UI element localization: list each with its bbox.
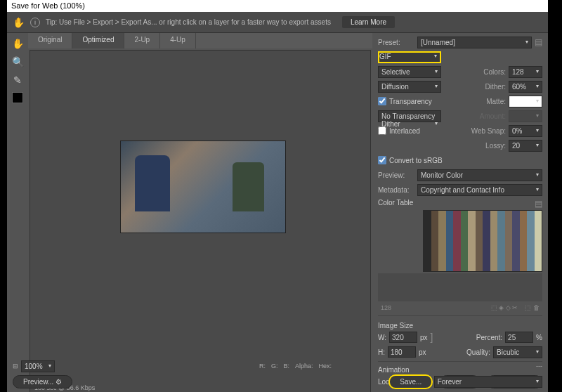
width-input[interactable] (389, 332, 417, 343)
transparency-dither-select[interactable]: No Transparency Dither (378, 110, 441, 122)
color-swatch-cell[interactable] (461, 263, 469, 271)
eyedropper-tool[interactable]: ✎ (11, 74, 24, 86)
lossy-value[interactable]: 20 (509, 140, 542, 152)
color-swatch-cell[interactable] (453, 226, 461, 234)
color-swatch-cell[interactable] (535, 241, 542, 249)
dither-amount[interactable]: 60% (509, 81, 542, 93)
color-swatch-cell[interactable] (446, 256, 454, 264)
tab-2up[interactable]: 2-Up (124, 33, 160, 48)
color-swatch-cell[interactable] (438, 218, 446, 226)
color-swatch-cell[interactable] (520, 233, 528, 241)
color-swatch[interactable] (12, 92, 23, 103)
color-swatch-cell[interactable] (424, 249, 431, 256)
websnap-value[interactable]: 0% (509, 125, 542, 137)
color-swatch-cell[interactable] (505, 226, 513, 234)
color-swatch-cell[interactable] (431, 233, 439, 241)
color-swatch-cell[interactable] (476, 218, 483, 226)
color-swatch-cell[interactable] (461, 249, 469, 256)
color-swatch-cell[interactable] (505, 263, 513, 271)
color-swatch-cell[interactable] (476, 263, 483, 271)
loop-select[interactable]: Forever (434, 376, 542, 388)
matte-select[interactable] (509, 96, 542, 107)
color-swatch-cell[interactable] (527, 256, 535, 264)
tab-optimized[interactable]: Optimized (72, 33, 124, 48)
zoom-select[interactable]: 100% (21, 360, 55, 372)
color-swatch-cell[interactable] (497, 226, 505, 234)
link-icon[interactable]: ] (431, 332, 433, 343)
color-swatch-cell[interactable] (527, 233, 535, 241)
color-table[interactable] (423, 210, 542, 272)
color-swatch-cell[interactable] (527, 218, 535, 226)
height-input[interactable] (388, 346, 416, 358)
color-swatch-cell[interactable] (438, 233, 446, 241)
color-swatch-cell[interactable] (476, 241, 483, 249)
save-button[interactable]: Save... (388, 374, 433, 389)
color-swatch-cell[interactable] (490, 263, 498, 271)
hand-tool-icon[interactable]: ✋ (13, 17, 25, 28)
color-swatch-cell[interactable] (453, 211, 461, 218)
color-swatch-cell[interactable] (424, 241, 431, 249)
color-swatch-cell[interactable] (520, 218, 528, 226)
color-swatch-cell[interactable] (453, 256, 461, 264)
color-swatch-cell[interactable] (468, 263, 476, 271)
zoom-tool[interactable]: 🔍 (11, 55, 24, 68)
color-swatch-cell[interactable] (446, 233, 454, 241)
tab-original[interactable]: Original (28, 33, 72, 48)
color-swatch-cell[interactable] (483, 211, 490, 218)
preview-button[interactable]: Preview... ⚙ (13, 375, 72, 388)
color-swatch-cell[interactable] (512, 249, 520, 256)
panel-menu-icon[interactable]: ▤ (535, 37, 542, 47)
color-swatch-cell[interactable] (527, 249, 535, 256)
learn-more-button[interactable]: Learn More (342, 16, 395, 28)
color-swatch-cell[interactable] (497, 233, 505, 241)
color-swatch-cell[interactable] (431, 211, 439, 218)
color-swatch-cell[interactable] (512, 263, 520, 271)
color-swatch-cell[interactable] (461, 256, 469, 264)
color-swatch-cell[interactable] (453, 218, 461, 226)
color-swatch-cell[interactable] (431, 249, 439, 256)
color-swatch-cell[interactable] (505, 241, 513, 249)
color-swatch-cell[interactable] (483, 241, 490, 249)
color-swatch-cell[interactable] (535, 256, 542, 264)
color-swatch-cell[interactable] (483, 218, 490, 226)
color-swatch-cell[interactable] (438, 241, 446, 249)
color-swatch-cell[interactable] (446, 226, 454, 234)
color-swatch-cell[interactable] (512, 211, 520, 218)
color-swatch-cell[interactable] (461, 211, 469, 218)
color-swatch-cell[interactable] (527, 226, 535, 234)
color-swatch-cell[interactable] (527, 263, 535, 271)
color-swatch-cell[interactable] (490, 241, 498, 249)
hand-tool[interactable]: ✋ (11, 37, 24, 50)
color-swatch-cell[interactable] (527, 211, 535, 218)
color-swatch-cell[interactable] (520, 263, 528, 271)
color-swatch-cell[interactable] (520, 256, 528, 264)
dither-method-select[interactable]: Diffusion (378, 81, 441, 93)
color-swatch-cell[interactable] (431, 256, 439, 264)
color-swatch-cell[interactable] (483, 226, 490, 234)
color-swatch-cell[interactable] (453, 263, 461, 271)
color-swatch-cell[interactable] (468, 256, 476, 264)
color-swatch-cell[interactable] (483, 256, 490, 264)
color-swatch-cell[interactable] (468, 233, 476, 241)
color-swatch-cell[interactable] (476, 256, 483, 264)
color-swatch-cell[interactable] (461, 233, 469, 241)
color-swatch-cell[interactable] (497, 263, 505, 271)
color-swatch-cell[interactable] (438, 211, 446, 218)
color-swatch-cell[interactable] (520, 241, 528, 249)
color-swatch-cell[interactable] (424, 263, 431, 271)
color-swatch-cell[interactable] (535, 249, 542, 256)
color-swatch-cell[interactable] (505, 211, 513, 218)
color-swatch-cell[interactable] (424, 218, 431, 226)
color-swatch-cell[interactable] (438, 263, 446, 271)
color-swatch-cell[interactable] (497, 256, 505, 264)
color-swatch-cell[interactable] (535, 263, 542, 271)
color-swatch-cell[interactable] (446, 249, 454, 256)
color-swatch-cell[interactable] (512, 241, 520, 249)
color-swatch-cell[interactable] (497, 211, 505, 218)
color-swatch-cell[interactable] (490, 218, 498, 226)
color-swatch-cell[interactable] (446, 263, 454, 271)
color-swatch-cell[interactable] (453, 249, 461, 256)
metadata-select[interactable]: Copyright and Contact Info (417, 184, 542, 196)
reduction-select[interactable]: Selective (378, 66, 441, 78)
color-swatch-cell[interactable] (497, 249, 505, 256)
